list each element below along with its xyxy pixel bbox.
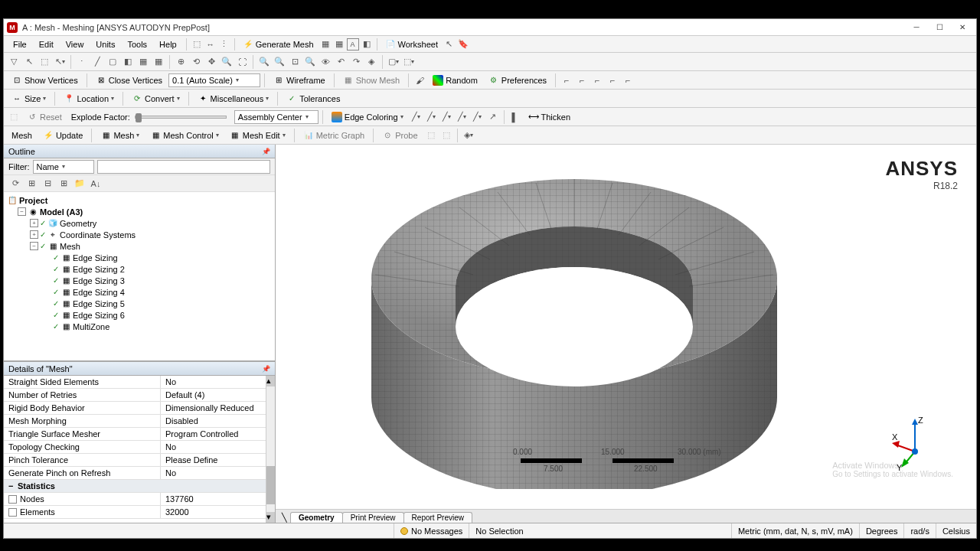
assembly-icon[interactable]: ⬚ (8, 111, 20, 123)
box-select-icon[interactable]: ⬚ (38, 56, 51, 68)
grid-row[interactable]: Number of RetriesDefault (4) (4, 389, 275, 402)
preferences-button[interactable]: ⚙ Preferences (484, 73, 551, 88)
tree-coord[interactable]: + ✓ ⌖ Coordinate Systems (7, 229, 272, 240)
grid-row[interactable]: Generate Pinch on RefreshNo (4, 467, 275, 480)
zoom-out-icon[interactable]: 🔍 (273, 56, 286, 68)
toolbar-icon[interactable]: ◧ (361, 38, 373, 51)
max-icon[interactable]: ⬚ (440, 129, 452, 142)
edge-coloring-dropdown[interactable]: Edge Coloring (327, 109, 408, 125)
grid-row[interactable]: Elements32000 (4, 506, 275, 519)
generate-mesh-button[interactable]: ⚡ Generate Mesh (238, 37, 318, 52)
selection-a-icon[interactable]: A (347, 38, 359, 51)
sort-icon[interactable]: A↓ (90, 178, 102, 190)
mesh-model[interactable] (360, 152, 789, 489)
tree-sizing[interactable]: ✓▦Edge Sizing 5 (7, 298, 272, 309)
tab-report-preview[interactable]: Report Preview (403, 512, 472, 523)
coord-icon[interactable]: ⌐ (622, 74, 634, 86)
zoom-fit-icon[interactable]: ⛶ (236, 56, 248, 68)
thicken-icon[interactable]: ▌ (509, 111, 521, 123)
expand-icon[interactable]: ⊞ (25, 178, 38, 190)
coord-icon[interactable]: ⌐ (606, 74, 619, 86)
tab-geometry[interactable]: Geometry (290, 512, 343, 523)
mesh-control-dropdown[interactable]: ▦ Mesh Control (145, 128, 223, 143)
toolbar-icon[interactable]: ↔ (204, 38, 217, 51)
checkbox-icon[interactable] (8, 495, 17, 504)
close-vertices-button[interactable]: ⊠ Close Vertices (91, 73, 167, 88)
expander-icon[interactable]: + (30, 219, 38, 227)
probe-button[interactable]: ⊙ Probe (377, 128, 422, 143)
menu-view[interactable]: View (60, 38, 90, 51)
tree-icon[interactable]: ⊞ (57, 178, 70, 190)
pin-icon[interactable]: 📌 (262, 148, 270, 155)
expander-icon[interactable]: − (30, 242, 38, 250)
edge-style-icon[interactable]: ╱ (472, 111, 484, 123)
scrollbar[interactable]: ▴▾ (266, 376, 275, 523)
edge-style-icon[interactable]: ╱ (410, 111, 423, 123)
show-mesh-button[interactable]: ▦ Show Mesh (338, 73, 404, 88)
tree-sizing[interactable]: ✓▦Edge Sizing 4 (7, 286, 272, 298)
collapse-icon[interactable]: ⊟ (41, 178, 54, 190)
body-icon[interactable]: ◧ (122, 56, 134, 68)
filter-icon[interactable]: ▽ (8, 56, 20, 68)
assembly-center-combo[interactable]: Assembly Center (234, 110, 318, 124)
tree-sizing[interactable]: ✓▦Edge Sizing 6 (7, 309, 272, 321)
prop-value[interactable]: Program Controlled (161, 428, 275, 440)
reset-button[interactable]: ↺ Reset (22, 109, 67, 125)
coord-icon[interactable]: ⌐ (576, 74, 588, 86)
magnify-icon[interactable]: 🔍 (304, 56, 316, 68)
split-dropdown[interactable]: ⬚ (403, 56, 415, 68)
size-dropdown[interactable]: ↔ Size (7, 91, 51, 106)
worksheet-button[interactable]: 📄 Worksheet (381, 37, 443, 52)
extend-icon[interactable]: ⊕ (175, 56, 187, 68)
tolerances-button[interactable]: ✓ Tolerances (282, 91, 345, 106)
grid-row[interactable]: Straight Sided ElementsNo (4, 376, 275, 389)
tree-sizing[interactable]: ✓▦Edge Sizing 2 (7, 263, 272, 275)
checkbox-icon[interactable] (8, 508, 17, 517)
pan-icon[interactable]: ✥ (205, 56, 217, 68)
edge-style-icon[interactable]: ╱ (456, 111, 469, 123)
grid-row[interactable]: Pinch TolerancePlease Define (4, 454, 275, 467)
filter-input[interactable] (97, 160, 271, 174)
status-celsius[interactable]: Celsius (936, 523, 976, 538)
prop-value[interactable]: No (161, 467, 275, 479)
minimize-button[interactable]: ─ (906, 21, 927, 34)
edge-icon[interactable]: ╱ (91, 56, 103, 68)
pin-icon[interactable]: 📌 (262, 365, 270, 373)
zoom-icon[interactable]: 🔍 (220, 56, 233, 68)
wireframe-button[interactable]: ⊞ Wireframe (269, 73, 330, 88)
prop-value[interactable]: Default (4) (161, 389, 275, 401)
toolbar-icon[interactable]: ⋮ (218, 38, 230, 51)
edge-style-icon[interactable]: ╱ (441, 111, 453, 123)
tree-multizone[interactable]: ✓▦MultiZone (7, 321, 272, 332)
prev-view-icon[interactable]: ↶ (335, 56, 347, 68)
mesh-edit-dropdown[interactable]: ▦ Mesh Edit (225, 128, 290, 143)
update-button[interactable]: ⚡ Update (38, 128, 87, 143)
filter-combo[interactable]: Name (33, 160, 94, 174)
toolbar-icon[interactable]: ▦ (319, 38, 332, 51)
prop-value[interactable]: Please Define (161, 454, 275, 466)
grid-header[interactable]: −Statistics (4, 480, 275, 493)
location-dropdown[interactable]: 📍 Location (59, 91, 119, 106)
edge-style-icon[interactable]: ╱ (426, 111, 438, 123)
display-dropdown[interactable]: ◈ (462, 129, 475, 142)
tree-mesh[interactable]: − ✓ ▦ Mesh (7, 240, 272, 252)
show-vertices-button[interactable]: ⊡ Show Vertices (7, 73, 83, 88)
close-button[interactable]: ✕ (952, 21, 973, 34)
zoom-in-icon[interactable]: 🔍 (258, 56, 270, 68)
grid-row[interactable]: Triangle Surface MesherProgram Controlle… (4, 428, 275, 441)
metric-graph-button[interactable]: 📊 Metric Graph (299, 128, 370, 143)
coord-icon[interactable]: ⌐ (560, 74, 573, 86)
menu-file[interactable]: File (7, 38, 33, 51)
refresh-icon[interactable]: ⟳ (9, 178, 21, 190)
tag-icon[interactable]: 🔖 (457, 38, 469, 51)
next-view-icon[interactable]: ↷ (350, 56, 362, 68)
node-icon[interactable]: ▦ (137, 56, 149, 68)
tree-sizing[interactable]: ✓▦Edge Sizing (7, 252, 272, 263)
element-icon[interactable]: ▦ (152, 56, 165, 68)
fit-icon[interactable]: ⊡ (289, 56, 301, 68)
view-dropdown[interactable]: ▢ (387, 56, 400, 68)
explode-slider[interactable] (135, 116, 227, 119)
status-messages[interactable]: No Messages (394, 523, 469, 538)
canvas[interactable]: ANSYS R18.2 0.000 7.500 15.000 22.500 30… (276, 145, 976, 509)
status-units[interactable]: Metric (mm, dat, N, s, mV, mA) (732, 523, 860, 538)
